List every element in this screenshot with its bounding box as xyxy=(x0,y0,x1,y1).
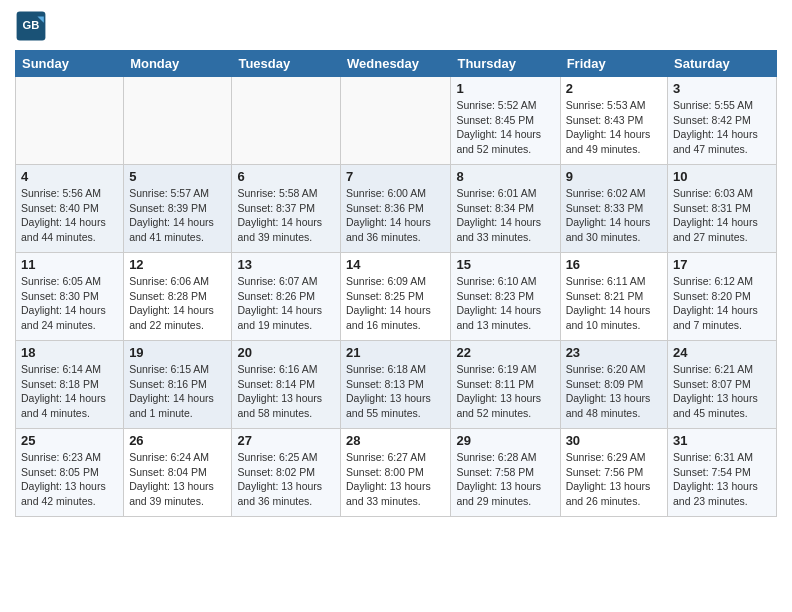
day-number: 25 xyxy=(21,433,118,448)
day-info: Sunrise: 6:31 AM Sunset: 7:54 PM Dayligh… xyxy=(673,450,771,509)
calendar-week-row: 25Sunrise: 6:23 AM Sunset: 8:05 PM Dayli… xyxy=(16,429,777,517)
calendar-week-row: 18Sunrise: 6:14 AM Sunset: 8:18 PM Dayli… xyxy=(16,341,777,429)
day-info: Sunrise: 6:01 AM Sunset: 8:34 PM Dayligh… xyxy=(456,186,554,245)
day-number: 16 xyxy=(566,257,662,272)
calendar-day: 21Sunrise: 6:18 AM Sunset: 8:13 PM Dayli… xyxy=(341,341,451,429)
svg-text:GB: GB xyxy=(23,19,40,31)
day-number: 2 xyxy=(566,81,662,96)
calendar-day: 1Sunrise: 5:52 AM Sunset: 8:45 PM Daylig… xyxy=(451,77,560,165)
calendar-day: 22Sunrise: 6:19 AM Sunset: 8:11 PM Dayli… xyxy=(451,341,560,429)
day-info: Sunrise: 5:55 AM Sunset: 8:42 PM Dayligh… xyxy=(673,98,771,157)
day-number: 30 xyxy=(566,433,662,448)
day-number: 27 xyxy=(237,433,335,448)
day-info: Sunrise: 5:56 AM Sunset: 8:40 PM Dayligh… xyxy=(21,186,118,245)
day-number: 12 xyxy=(129,257,226,272)
day-info: Sunrise: 6:11 AM Sunset: 8:21 PM Dayligh… xyxy=(566,274,662,333)
calendar-day: 30Sunrise: 6:29 AM Sunset: 7:56 PM Dayli… xyxy=(560,429,667,517)
day-info: Sunrise: 6:06 AM Sunset: 8:28 PM Dayligh… xyxy=(129,274,226,333)
day-number: 9 xyxy=(566,169,662,184)
day-info: Sunrise: 6:20 AM Sunset: 8:09 PM Dayligh… xyxy=(566,362,662,421)
day-info: Sunrise: 6:18 AM Sunset: 8:13 PM Dayligh… xyxy=(346,362,445,421)
day-of-week-header: Saturday xyxy=(668,51,777,77)
calendar-table: SundayMondayTuesdayWednesdayThursdayFrid… xyxy=(15,50,777,517)
day-info: Sunrise: 6:29 AM Sunset: 7:56 PM Dayligh… xyxy=(566,450,662,509)
calendar-day: 11Sunrise: 6:05 AM Sunset: 8:30 PM Dayli… xyxy=(16,253,124,341)
day-number: 14 xyxy=(346,257,445,272)
day-number: 1 xyxy=(456,81,554,96)
calendar-day: 9Sunrise: 6:02 AM Sunset: 8:33 PM Daylig… xyxy=(560,165,667,253)
calendar-day: 16Sunrise: 6:11 AM Sunset: 8:21 PM Dayli… xyxy=(560,253,667,341)
day-number: 15 xyxy=(456,257,554,272)
calendar-day: 12Sunrise: 6:06 AM Sunset: 8:28 PM Dayli… xyxy=(124,253,232,341)
calendar-day: 8Sunrise: 6:01 AM Sunset: 8:34 PM Daylig… xyxy=(451,165,560,253)
day-number: 7 xyxy=(346,169,445,184)
day-info: Sunrise: 6:12 AM Sunset: 8:20 PM Dayligh… xyxy=(673,274,771,333)
calendar-day: 6Sunrise: 5:58 AM Sunset: 8:37 PM Daylig… xyxy=(232,165,341,253)
day-number: 11 xyxy=(21,257,118,272)
calendar-day: 29Sunrise: 6:28 AM Sunset: 7:58 PM Dayli… xyxy=(451,429,560,517)
calendar-day: 3Sunrise: 5:55 AM Sunset: 8:42 PM Daylig… xyxy=(668,77,777,165)
day-number: 21 xyxy=(346,345,445,360)
calendar-day: 23Sunrise: 6:20 AM Sunset: 8:09 PM Dayli… xyxy=(560,341,667,429)
calendar-day: 19Sunrise: 6:15 AM Sunset: 8:16 PM Dayli… xyxy=(124,341,232,429)
day-number: 8 xyxy=(456,169,554,184)
day-number: 24 xyxy=(673,345,771,360)
day-info: Sunrise: 6:28 AM Sunset: 7:58 PM Dayligh… xyxy=(456,450,554,509)
day-info: Sunrise: 6:00 AM Sunset: 8:36 PM Dayligh… xyxy=(346,186,445,245)
page-header: GB xyxy=(15,10,777,42)
logo: GB xyxy=(15,10,49,42)
calendar-day: 25Sunrise: 6:23 AM Sunset: 8:05 PM Dayli… xyxy=(16,429,124,517)
day-number: 22 xyxy=(456,345,554,360)
day-of-week-header: Tuesday xyxy=(232,51,341,77)
day-info: Sunrise: 6:23 AM Sunset: 8:05 PM Dayligh… xyxy=(21,450,118,509)
day-number: 19 xyxy=(129,345,226,360)
day-info: Sunrise: 6:07 AM Sunset: 8:26 PM Dayligh… xyxy=(237,274,335,333)
calendar-day: 7Sunrise: 6:00 AM Sunset: 8:36 PM Daylig… xyxy=(341,165,451,253)
day-info: Sunrise: 6:10 AM Sunset: 8:23 PM Dayligh… xyxy=(456,274,554,333)
calendar-empty xyxy=(341,77,451,165)
calendar-day: 24Sunrise: 6:21 AM Sunset: 8:07 PM Dayli… xyxy=(668,341,777,429)
calendar-day: 27Sunrise: 6:25 AM Sunset: 8:02 PM Dayli… xyxy=(232,429,341,517)
day-of-week-header: Friday xyxy=(560,51,667,77)
day-of-week-header: Thursday xyxy=(451,51,560,77)
day-number: 6 xyxy=(237,169,335,184)
calendar-day: 10Sunrise: 6:03 AM Sunset: 8:31 PM Dayli… xyxy=(668,165,777,253)
day-number: 10 xyxy=(673,169,771,184)
day-info: Sunrise: 6:27 AM Sunset: 8:00 PM Dayligh… xyxy=(346,450,445,509)
calendar-week-row: 4Sunrise: 5:56 AM Sunset: 8:40 PM Daylig… xyxy=(16,165,777,253)
day-number: 18 xyxy=(21,345,118,360)
day-info: Sunrise: 6:03 AM Sunset: 8:31 PM Dayligh… xyxy=(673,186,771,245)
day-number: 4 xyxy=(21,169,118,184)
calendar-empty xyxy=(16,77,124,165)
day-number: 26 xyxy=(129,433,226,448)
day-info: Sunrise: 6:16 AM Sunset: 8:14 PM Dayligh… xyxy=(237,362,335,421)
day-info: Sunrise: 6:15 AM Sunset: 8:16 PM Dayligh… xyxy=(129,362,226,421)
calendar-week-row: 11Sunrise: 6:05 AM Sunset: 8:30 PM Dayli… xyxy=(16,253,777,341)
day-info: Sunrise: 6:25 AM Sunset: 8:02 PM Dayligh… xyxy=(237,450,335,509)
day-info: Sunrise: 6:05 AM Sunset: 8:30 PM Dayligh… xyxy=(21,274,118,333)
day-number: 20 xyxy=(237,345,335,360)
calendar-header-row: SundayMondayTuesdayWednesdayThursdayFrid… xyxy=(16,51,777,77)
calendar-day: 13Sunrise: 6:07 AM Sunset: 8:26 PM Dayli… xyxy=(232,253,341,341)
day-of-week-header: Monday xyxy=(124,51,232,77)
day-info: Sunrise: 6:21 AM Sunset: 8:07 PM Dayligh… xyxy=(673,362,771,421)
day-info: Sunrise: 6:09 AM Sunset: 8:25 PM Dayligh… xyxy=(346,274,445,333)
calendar-day: 31Sunrise: 6:31 AM Sunset: 7:54 PM Dayli… xyxy=(668,429,777,517)
day-number: 31 xyxy=(673,433,771,448)
day-of-week-header: Wednesday xyxy=(341,51,451,77)
page-container: GB SundayMondayTuesdayWednesdayThursdayF… xyxy=(0,0,792,527)
calendar-day: 4Sunrise: 5:56 AM Sunset: 8:40 PM Daylig… xyxy=(16,165,124,253)
day-number: 3 xyxy=(673,81,771,96)
calendar-day: 17Sunrise: 6:12 AM Sunset: 8:20 PM Dayli… xyxy=(668,253,777,341)
day-number: 13 xyxy=(237,257,335,272)
day-info: Sunrise: 5:57 AM Sunset: 8:39 PM Dayligh… xyxy=(129,186,226,245)
calendar-day: 5Sunrise: 5:57 AM Sunset: 8:39 PM Daylig… xyxy=(124,165,232,253)
day-info: Sunrise: 5:52 AM Sunset: 8:45 PM Dayligh… xyxy=(456,98,554,157)
calendar-day: 15Sunrise: 6:10 AM Sunset: 8:23 PM Dayli… xyxy=(451,253,560,341)
day-info: Sunrise: 5:58 AM Sunset: 8:37 PM Dayligh… xyxy=(237,186,335,245)
calendar-empty xyxy=(124,77,232,165)
day-info: Sunrise: 6:14 AM Sunset: 8:18 PM Dayligh… xyxy=(21,362,118,421)
calendar-day: 18Sunrise: 6:14 AM Sunset: 8:18 PM Dayli… xyxy=(16,341,124,429)
calendar-empty xyxy=(232,77,341,165)
day-of-week-header: Sunday xyxy=(16,51,124,77)
